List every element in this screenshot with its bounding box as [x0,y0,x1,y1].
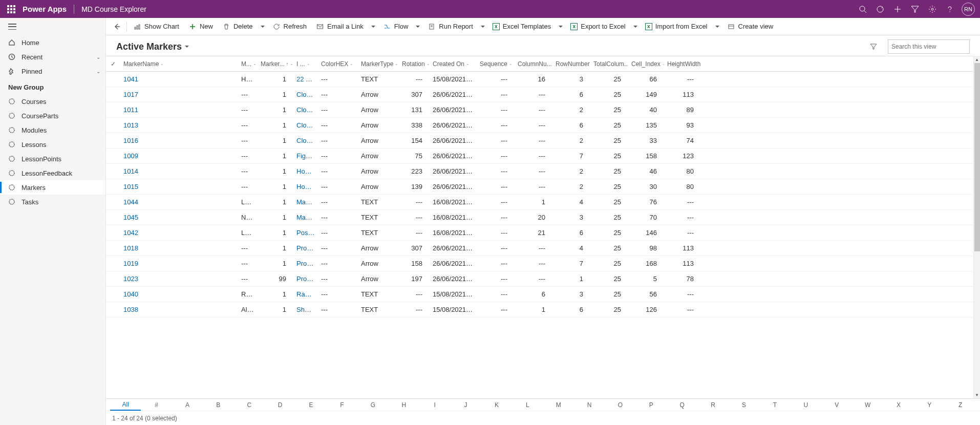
alpha-jump[interactable]: T [759,401,790,409]
row-checkbox[interactable] [106,271,120,287]
alpha-jump[interactable]: Z [945,401,976,409]
table-row[interactable]: 1013---1Closure---Arrow33826/06/2021 1..… [106,118,980,133]
col-header[interactable]: MarkerType⌄ [358,56,399,72]
alpha-jump[interactable]: O [605,401,635,409]
cell-i[interactable]: Massive [293,210,318,225]
cmd-export-more[interactable] [631,18,640,35]
table-row[interactable]: 1015---1How hu---Arrow13926/06/2021 1...… [106,179,980,195]
table-row[interactable]: 1044Lei...1Massive---TEXT---16/08/2021 0… [106,195,980,210]
alpha-jump[interactable]: R [697,401,728,409]
data-grid[interactable]: ✓MarkerName⌄M...⌄Marker... ↑⌄I ...⌄Color… [106,56,980,398]
row-checkbox[interactable] [106,148,120,164]
alpha-jump[interactable]: S [729,401,759,409]
alpha-jump[interactable]: G [357,401,388,409]
col-header[interactable]: RowNumber⌄ [552,56,590,72]
row-checkbox[interactable] [106,72,120,87]
cell-markername[interactable]: 1040 [120,287,238,302]
cmd-excel-templates[interactable]: xExcel Templates [488,18,555,35]
search-icon[interactable] [854,0,871,18]
col-header[interactable]: MarkerName⌄ [120,56,238,72]
col-header[interactable]: Marker... ↑⌄ [258,56,293,72]
sidebar-toggle[interactable] [8,24,16,30]
alpha-jump[interactable]: A [172,401,203,409]
cell-markername[interactable]: 1017 [120,87,238,102]
view-selector[interactable]: Active Markers [116,41,189,52]
cell-markername[interactable]: 1016 [120,133,238,148]
nav-entity-courseparts[interactable]: CourseParts [0,109,105,123]
target-icon[interactable] [871,0,889,18]
cmd-email[interactable]: Email a Link [312,18,368,35]
row-checkbox[interactable] [106,225,120,241]
cell-i[interactable]: Closure [293,87,318,102]
table-row[interactable]: 1019---1Proximi---Arrow15826/06/2021 1..… [106,256,980,271]
alpha-jump[interactable]: W [852,401,883,409]
col-header[interactable]: Cell_Index⌄ [628,56,664,72]
cell-i[interactable]: Should [293,302,318,317]
col-header[interactable]: ColumnNu...⌄ [515,56,552,72]
alpha-jump[interactable]: L [512,401,543,409]
cell-markername[interactable]: 1015 [120,179,238,195]
alpha-jump[interactable]: M [543,401,573,409]
cell-markername[interactable]: 1019 [120,256,238,271]
col-header[interactable]: Rotation⌄ [399,56,430,72]
cell-i[interactable]: Proximi [293,241,318,256]
row-checkbox[interactable] [106,179,120,195]
row-checkbox[interactable] [106,287,120,302]
cell-i[interactable]: Proximi [293,256,318,271]
cell-markername[interactable]: 1041 [120,72,238,87]
alpha-jump[interactable]: F [327,401,357,409]
cell-i[interactable]: Proximi [293,271,318,287]
table-row[interactable]: 1014---1How hu---Arrow22326/06/2021 1...… [106,164,980,179]
row-checkbox[interactable] [106,118,120,133]
cell-i[interactable]: Massive [293,195,318,210]
cell-markername[interactable]: 1009 [120,148,238,164]
alpha-jump[interactable]: C [234,401,265,409]
alpha-jump[interactable]: X [883,401,914,409]
nav-recent[interactable]: Recent ⌄ [0,50,105,64]
row-checkbox[interactable] [106,164,120,179]
table-row[interactable]: 1023---99Proximi---Arrow19726/06/2021 2.… [106,271,980,287]
filter-icon[interactable] [866,39,881,54]
nav-entity-modules[interactable]: Modules [0,123,105,137]
alpha-jump[interactable]: N [574,401,605,409]
cell-markername[interactable]: 1023 [120,271,238,287]
alpha-jump[interactable]: J [450,401,481,409]
add-icon[interactable] [889,0,906,18]
alpha-jump[interactable]: V [821,401,852,409]
alpha-jump[interactable]: D [265,401,295,409]
scroll-thumb[interactable] [974,63,980,251]
alpha-jump[interactable]: Y [914,401,945,409]
scrollbar[interactable]: ▲ ▼ [973,56,980,398]
col-header[interactable]: M...⌄ [238,56,258,72]
table-row[interactable]: 1038All ...1Should---TEXT---15/08/2021 1… [106,302,980,317]
table-row[interactable]: 1009---1Figure (---Arrow7526/06/2021 1..… [106,148,980,164]
row-checkbox[interactable] [106,102,120,118]
nav-entity-courses[interactable]: Courses [0,94,105,109]
cell-i[interactable]: Closure [293,118,318,133]
alpha-jump[interactable]: K [481,401,512,409]
row-checkbox[interactable] [106,241,120,256]
select-all-checkbox[interactable]: ✓ [111,60,116,68]
settings-icon[interactable] [924,0,941,18]
row-checkbox[interactable] [106,133,120,148]
cell-markername[interactable]: 1013 [120,118,238,133]
alpha-jump[interactable]: All [110,399,141,411]
cmd-email-more[interactable] [369,18,378,35]
cell-markername[interactable]: 1014 [120,164,238,179]
cell-i[interactable]: How hu [293,164,318,179]
col-header[interactable]: I ...⌄ [293,56,318,72]
cmd-import-excel[interactable]: xImport from Excel [641,18,712,35]
table-row[interactable]: 1040Ra...1Ranieri---TEXT---15/08/2021 1.… [106,287,980,302]
cell-i[interactable]: How hu [293,179,318,195]
alpha-jump[interactable]: # [141,401,172,409]
cell-markername[interactable]: 1044 [120,195,238,210]
alpha-jump[interactable]: B [203,401,233,409]
alpha-jump[interactable]: U [791,401,821,409]
cell-i[interactable]: Closure [293,102,318,118]
alpha-jump[interactable]: H [389,401,419,409]
alpha-jump[interactable]: E [295,401,326,409]
cell-markername[interactable]: 1042 [120,225,238,241]
user-avatar[interactable]: RN [962,3,975,16]
cell-i[interactable]: 22 wins [293,72,318,87]
cmd-delete[interactable]: Delete [218,18,257,35]
